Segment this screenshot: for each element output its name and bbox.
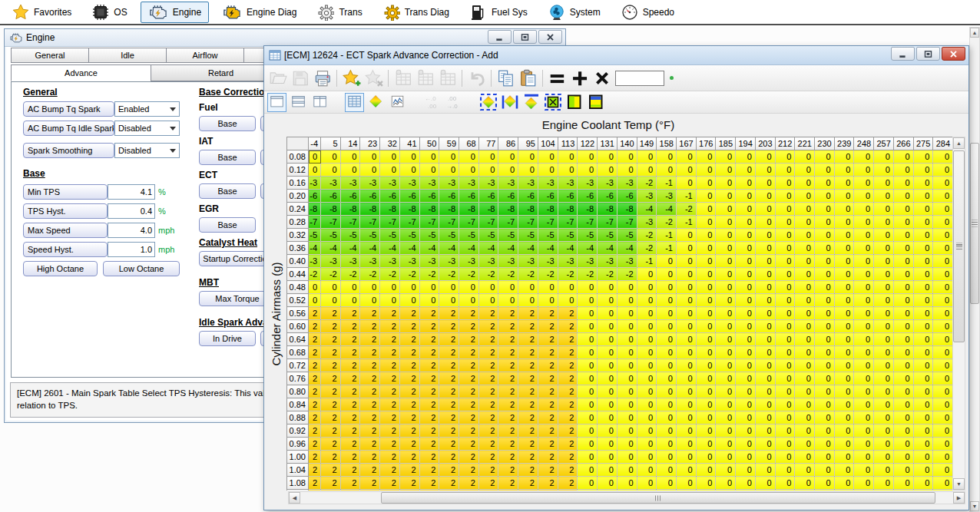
grid-cell[interactable]: 0 — [360, 281, 380, 294]
grid-cell[interactable]: 0 — [696, 320, 716, 333]
column-header[interactable]: 32 — [380, 137, 400, 150]
decimal-decrease-icon[interactable]: ←.0.00 — [422, 93, 442, 112]
grid-cell[interactable]: 0 — [755, 490, 775, 491]
grid-cell[interactable]: 0 — [716, 398, 736, 411]
grid-cell[interactable]: 0 — [834, 203, 854, 216]
grid-cell[interactable]: 2 — [309, 398, 321, 411]
grid-cell[interactable]: 0 — [598, 398, 617, 411]
grid-cell[interactable]: 2 — [498, 451, 518, 464]
grid-cell[interactable]: 0 — [834, 346, 854, 359]
grid-cell[interactable]: -3 — [558, 255, 578, 268]
field-label-2[interactable]: Max Speed — [23, 223, 108, 238]
row-header[interactable]: 0.84 — [287, 398, 309, 411]
grid-cell[interactable]: 2 — [518, 359, 538, 372]
grid-cell[interactable]: -7 — [309, 216, 321, 229]
grid-cell[interactable]: 0 — [617, 307, 637, 320]
grid-cell[interactable]: 0 — [657, 164, 677, 177]
grid-cell[interactable]: -4 — [459, 242, 479, 255]
multiply-icon[interactable] — [591, 68, 612, 88]
row-header[interactable]: 0.60 — [287, 320, 309, 333]
grid-cell[interactable]: 0 — [716, 464, 736, 477]
grid-cell[interactable]: 2 — [419, 346, 439, 359]
grid-cell[interactable]: 0 — [893, 203, 913, 216]
grid-cell[interactable]: 0 — [498, 294, 518, 307]
fuel-base-button[interactable]: Base — [199, 116, 256, 131]
grid-cell[interactable]: 0 — [380, 294, 400, 307]
setting-label-2[interactable]: Spark Smoothing — [23, 143, 114, 158]
grid-cell[interactable]: -4 — [617, 242, 637, 255]
grid-cell[interactable]: 2 — [538, 438, 558, 451]
grid-cell[interactable]: 0 — [598, 411, 617, 424]
grid-cell[interactable]: 2 — [439, 320, 459, 333]
grid-cell[interactable]: 0 — [716, 307, 736, 320]
grid-cell[interactable]: 2 — [538, 464, 558, 477]
grid-cell[interactable]: -8 — [399, 203, 419, 216]
grid-cell[interactable]: 0 — [696, 177, 716, 190]
grid-cell[interactable]: 0 — [399, 150, 419, 164]
favorite-remove-icon[interactable] — [363, 68, 384, 88]
mdi-vertical-scrollbar[interactable]: ▲ ▼ — [969, 27, 980, 512]
grid-cell[interactable]: 0 — [340, 294, 360, 307]
grid-cell[interactable]: 0 — [657, 411, 677, 424]
grid-cell[interactable]: 0 — [598, 150, 617, 164]
nav-system[interactable]: System — [541, 2, 608, 23]
column-header[interactable]: 113 — [558, 137, 578, 150]
grid-cell[interactable]: -3 — [558, 177, 578, 190]
grid-cell[interactable]: 2 — [518, 372, 538, 385]
grid-cell[interactable]: 0 — [893, 307, 913, 320]
grid-cell[interactable]: 0 — [637, 464, 657, 477]
grid-cell[interactable]: 0 — [676, 164, 696, 177]
column-header[interactable]: 230 — [814, 137, 834, 150]
grid-cell[interactable]: 0 — [814, 398, 834, 411]
grid-cell[interactable]: 0 — [518, 294, 538, 307]
grid-cell[interactable]: -8 — [360, 203, 380, 216]
column-header[interactable]: 284 — [933, 137, 953, 150]
grid-cell[interactable]: 0 — [716, 477, 736, 490]
grid-cell[interactable]: 2 — [439, 398, 459, 411]
grid-cell[interactable]: -5 — [399, 229, 419, 242]
grid-cell[interactable]: 0 — [360, 164, 380, 177]
grid-cell[interactable]: 0 — [696, 359, 716, 372]
grid-cell[interactable]: 0 — [419, 164, 439, 177]
set-equal-icon[interactable] — [547, 68, 568, 88]
grid-cell[interactable]: 0 — [755, 294, 775, 307]
grid-cell[interactable]: 2 — [321, 464, 341, 477]
grid-cell[interactable]: 2 — [340, 385, 360, 398]
grid-cell[interactable]: 0 — [854, 320, 874, 333]
grid-cell[interactable]: 2 — [518, 320, 538, 333]
grid-cell[interactable]: 2 — [360, 438, 380, 451]
highlight-cell-icon[interactable] — [543, 93, 562, 112]
grid-cell[interactable]: 2 — [380, 411, 400, 424]
row-header[interactable]: 0.08 — [287, 150, 309, 164]
grid-cell[interactable]: 2 — [309, 464, 321, 477]
grid-cell[interactable]: 0 — [814, 177, 834, 190]
grid-cell[interactable]: 2 — [459, 385, 479, 398]
grid-cell[interactable]: 0 — [795, 451, 815, 464]
grid-cell[interactable]: 0 — [854, 177, 874, 190]
nav-engine-diag[interactable]: Engine Diag — [214, 2, 304, 23]
grid-cell[interactable]: -8 — [478, 203, 498, 216]
grid-cell[interactable]: 0 — [598, 307, 617, 320]
grid-cell[interactable]: 0 — [913, 307, 933, 320]
grid-cell[interactable]: -3 — [478, 177, 498, 190]
grid-cell[interactable]: 0 — [893, 477, 913, 490]
grid-cell[interactable]: 2 — [439, 385, 459, 398]
column-header[interactable]: 86 — [498, 137, 518, 150]
grid-cell[interactable]: 2 — [380, 307, 400, 320]
grid-cell[interactable]: -3 — [360, 255, 380, 268]
grid-cell[interactable]: 0 — [716, 490, 736, 491]
grid-cell[interactable]: -8 — [321, 203, 341, 216]
grid-cell[interactable]: 0 — [676, 255, 696, 268]
field-value-2[interactable]: 4.0 — [108, 223, 155, 238]
grid-cell[interactable]: 0 — [874, 281, 894, 294]
copy-icon[interactable] — [495, 68, 516, 88]
grid-cell[interactable]: 0 — [834, 438, 854, 451]
grid-cell[interactable]: 0 — [617, 464, 637, 477]
grid-cell[interactable]: 0 — [775, 424, 795, 438]
grid-cell[interactable]: 2 — [439, 451, 459, 464]
grid-cell[interactable]: 0 — [598, 372, 617, 385]
grid-cell[interactable]: 0 — [716, 203, 736, 216]
grid-cell[interactable]: 2 — [518, 451, 538, 464]
grid-cell[interactable]: 0 — [755, 424, 775, 438]
grid-cell[interactable]: 0 — [578, 164, 598, 177]
